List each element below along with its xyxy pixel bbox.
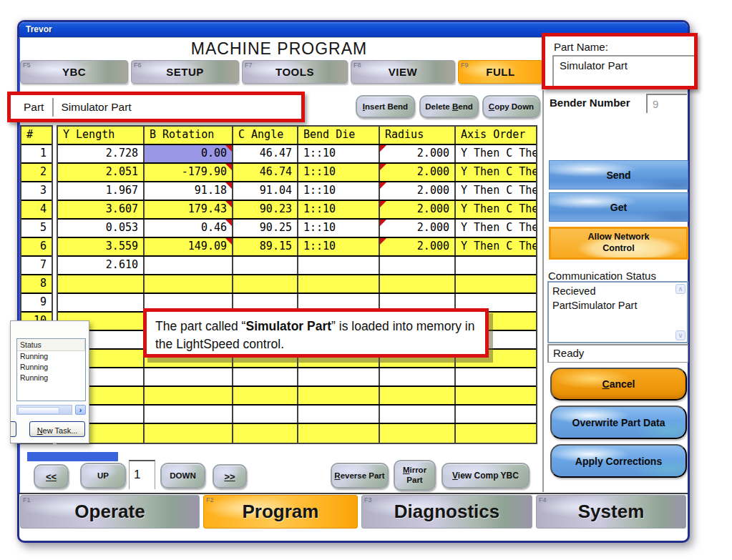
table-cell[interactable] [298, 368, 380, 385]
table-cell[interactable] [233, 424, 298, 443]
table-cell[interactable]: 46.74 [233, 164, 298, 181]
cancel-button[interactable]: Cancel [550, 368, 687, 401]
table-cell[interactable] [456, 275, 536, 293]
table-cell[interactable] [233, 257, 298, 274]
overwrite-part-data-button[interactable]: Overwrite Part Data [550, 406, 687, 439]
row-number-cell[interactable]: 6 [21, 238, 52, 255]
table-cell[interactable] [456, 368, 536, 385]
apply-corrections-button[interactable]: Apply Corrections [550, 444, 687, 478]
table-cell[interactable] [380, 424, 456, 443]
table-cell[interactable]: 90.25 [233, 220, 298, 237]
table-cell[interactable] [380, 257, 456, 274]
table-cell[interactable]: 3.559 [58, 238, 145, 255]
table-cell[interactable] [145, 257, 233, 274]
table-cell[interactable] [456, 387, 536, 404]
horizontal-scrollbar[interactable]: › [16, 404, 86, 416]
top-tab[interactable]: F5 YBC [20, 60, 128, 84]
top-tab[interactable]: F9 FULL [458, 60, 543, 84]
allow-network-control-button[interactable]: Allow Network Control [549, 227, 688, 260]
bender-number-field[interactable]: 9 [646, 94, 687, 113]
table-cell[interactable] [298, 387, 380, 404]
page-last-button[interactable]: >> [213, 464, 247, 488]
task-overlay-window[interactable]: Status RunningRunningRunning › New Task.… [10, 320, 89, 443]
bottom-tab[interactable]: F1 Operate [20, 495, 200, 529]
table-cell[interactable] [380, 275, 456, 293]
scroll-down-icon[interactable]: ∨ [675, 330, 685, 340]
table-cell[interactable]: 3.607 [58, 201, 145, 218]
table-cell[interactable]: Y Then C The [456, 145, 536, 162]
table-cell[interactable]: 0.053 [58, 220, 145, 237]
top-tab[interactable]: F6 SETUP [131, 60, 239, 84]
table-cell[interactable] [298, 275, 380, 293]
task-status-item[interactable]: Running [17, 373, 85, 383]
table-cell[interactable]: 179.43 [145, 201, 233, 218]
table-cell[interactable]: -179.90 [145, 164, 233, 181]
table-cell[interactable]: 2.000 [380, 201, 456, 218]
table-cell[interactable]: 91.18 [145, 182, 233, 200]
table-cell[interactable] [145, 424, 233, 443]
table-cell[interactable]: 0.46 [145, 220, 233, 237]
row-number-cell[interactable]: 7 [21, 257, 52, 274]
up-button[interactable]: UP [80, 463, 126, 488]
row-number-cell[interactable]: 3 [21, 182, 52, 200]
table-cell[interactable]: 89.15 [233, 238, 298, 255]
reverse-part-button[interactable]: Reverse Part [331, 463, 389, 488]
table-cell[interactable] [233, 275, 298, 293]
table-cell[interactable]: 0.00 [145, 145, 233, 162]
row-number-cell[interactable]: 5 [21, 220, 52, 237]
table-cell[interactable]: 2.000 [380, 145, 456, 162]
row-number-cell[interactable]: 8 [21, 275, 52, 293]
page-first-button[interactable]: << [34, 464, 69, 488]
scrollbar-track[interactable] [16, 405, 72, 415]
table-cell[interactable]: Y Then C The [456, 182, 536, 200]
new-task-button[interactable]: New Task... [29, 421, 85, 437]
down-button[interactable]: DOWN [160, 463, 205, 488]
insert-bend-button[interactable]: Insert Bend [356, 95, 415, 118]
table-cell[interactable] [380, 387, 456, 404]
bottom-tab[interactable]: F2 Program [203, 495, 358, 529]
table-cell[interactable] [298, 424, 380, 443]
table-cell[interactable]: 2.728 [58, 145, 145, 162]
copy-down-button[interactable]: Copy Down [482, 95, 540, 118]
table-cell[interactable]: 2.000 [380, 164, 456, 181]
table-cell[interactable] [456, 424, 536, 443]
table-cell[interactable]: 149.09 [145, 238, 233, 255]
table-cell[interactable] [58, 294, 145, 311]
table-cell[interactable]: 2.000 [380, 238, 456, 255]
table-cell[interactable] [456, 406, 536, 423]
table-cell[interactable]: 1::10 [298, 238, 380, 255]
table-cell[interactable] [58, 275, 145, 293]
table-cell[interactable]: 2.000 [380, 220, 456, 237]
table-cell[interactable]: 1::10 [298, 182, 380, 200]
table-cell[interactable] [145, 387, 233, 404]
table-cell[interactable]: 2.051 [58, 164, 145, 181]
delete-bend-button[interactable]: Delete Bend [419, 95, 479, 118]
scrollbar-thumb[interactable] [18, 407, 59, 414]
get-button[interactable]: Get [549, 192, 688, 222]
table-cell[interactable]: 2.610 [58, 257, 145, 274]
row-number-cell[interactable]: 9 [21, 294, 52, 311]
table-cell[interactable]: 90.23 [233, 201, 298, 218]
table-cell[interactable] [233, 406, 298, 423]
page-number-field[interactable]: 1 [129, 460, 155, 489]
table-cell[interactable] [380, 406, 456, 423]
table-cell[interactable] [298, 257, 380, 274]
communication-status-box[interactable]: RecievedPartSimulator Part ∧ ∨ [547, 281, 688, 343]
table-cell[interactable]: 1::10 [298, 220, 380, 237]
table-cell[interactable]: Y Then C The [456, 220, 536, 237]
table-cell[interactable] [380, 368, 456, 385]
table-cell[interactable] [145, 275, 233, 293]
top-tab[interactable]: F7 TOOLS [242, 60, 348, 84]
top-tab[interactable]: F8 VIEW [351, 60, 455, 84]
status-column-header[interactable]: Status [17, 339, 85, 351]
partial-button[interactable] [10, 421, 16, 437]
table-cell[interactable]: Y Then C The [456, 238, 536, 255]
task-status-item[interactable]: Running [17, 362, 85, 373]
view-comp-ybc-button[interactable]: View Comp YBC [441, 463, 530, 488]
table-cell[interactable] [233, 387, 298, 404]
table-cell[interactable]: 1::10 [298, 164, 380, 181]
row-number-cell[interactable]: 1 [21, 145, 52, 162]
table-cell[interactable] [456, 257, 536, 274]
part-input[interactable]: Simulator Part [61, 101, 131, 114]
mirror-part-button[interactable]: Mirror Part [394, 460, 436, 491]
